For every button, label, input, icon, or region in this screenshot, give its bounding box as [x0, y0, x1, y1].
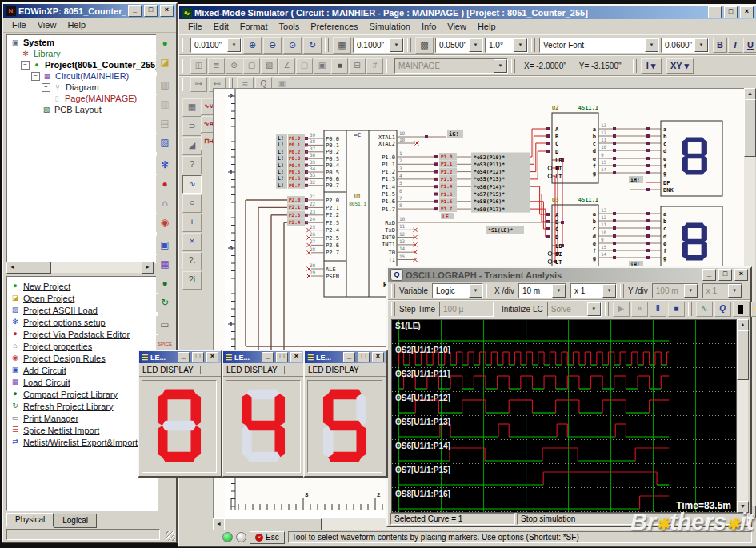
close-icon[interactable]: × [160, 5, 174, 17]
snap-grid-combo[interactable]: 0.1000"▼ [353, 38, 404, 53]
hdl-icon[interactable]: # [366, 58, 383, 74]
tree-expander-icon[interactable]: − [42, 83, 50, 92]
close-icon[interactable]: × [206, 352, 218, 362]
sim-menu-simulation[interactable]: Simulation [364, 21, 416, 33]
new-project-icon[interactable]: ● [156, 34, 174, 53]
refresh-library-icon[interactable]: ↻ [156, 294, 174, 312]
underline-button[interactable]: U [743, 38, 756, 53]
tree-hscrollbar[interactable]: ◄ ► [6, 262, 154, 273]
angle-combo[interactable]: 1.0°▼ [485, 38, 528, 53]
initialize-lc-combo[interactable]: Solve▼ [547, 302, 602, 317]
print-manager-icon[interactable]: ▭ [156, 316, 174, 334]
task-link-print-manager[interactable]: ▭Print Manager [10, 412, 158, 424]
close-icon[interactable]: × [290, 352, 302, 362]
design-rules-icon[interactable]: ◉ [156, 214, 174, 232]
toolbar-grip[interactable] [391, 302, 395, 316]
toolbar-grip[interactable] [182, 78, 186, 91]
options-setup-icon[interactable]: ✻ [156, 156, 174, 174]
xdiv-combo[interactable]: 10 m▼ [518, 283, 566, 298]
tree-item-circuit-mainhier-[interactable]: −▦Circuit(MAINHIER) [9, 70, 156, 82]
italic-button[interactable]: I [728, 38, 742, 53]
sim-menu-format[interactable]: Format [234, 21, 274, 33]
move-icon[interactable]: + [182, 214, 202, 232]
pad-grid-icon[interactable]: ▩ [415, 37, 434, 54]
esc-button[interactable]: × Esc [250, 531, 285, 544]
font-size-combo[interactable]: 0.0600"▼ [661, 38, 709, 53]
page2-icon[interactable]: ▢ [296, 58, 313, 74]
dark-sheet-icon[interactable]: ■ [331, 58, 348, 74]
xmul-combo[interactable]: x 1▼ [570, 283, 617, 298]
edwin-titlebar[interactable]: N EDWinXP: 8051_Counter_... _ □ × [3, 4, 176, 18]
sheet-icon[interactable]: ▢ [243, 58, 260, 74]
invert-colors-icon[interactable] [733, 302, 750, 317]
sim-menu-file[interactable]: File [182, 21, 208, 33]
net-board-icon[interactable]: ◫ [190, 58, 207, 74]
edwin-menu-help[interactable]: Help [62, 19, 91, 31]
minimize-icon[interactable]: _ [178, 352, 190, 362]
save-as-icon[interactable]: ▥ [156, 95, 174, 114]
task-link-new-project[interactable]: ●New Project [10, 280, 158, 292]
zoom-out-icon[interactable]: ⊖ [263, 37, 282, 54]
properties-icon[interactable]: ⌂ [156, 194, 174, 213]
toolbar-grip[interactable] [531, 38, 535, 52]
task-link-open-project[interactable]: ◪Open Project [10, 292, 158, 304]
split-h-icon[interactable]: ⊟ [349, 58, 366, 74]
hint-bulb-icon[interactable]: ? [751, 302, 756, 317]
resize-grip[interactable] [166, 531, 175, 541]
toolbar-grip[interactable] [182, 59, 186, 73]
led-window-titlebar[interactable]: ☰LE..._□× [139, 351, 221, 363]
step-time-field[interactable]: 100 µ [439, 302, 494, 317]
task-link-project-ascii-load[interactable]: ▨Project ASCII Load [10, 304, 158, 316]
save-icon[interactable]: ▥ [156, 76, 174, 94]
task-link-refresh-project-library[interactable]: ↻Refresh Project Library [10, 400, 158, 412]
list-icon[interactable]: ≣ [208, 58, 225, 74]
inch-units-button[interactable]: I ▾ [641, 58, 662, 74]
task-link-compact-project-library[interactable]: ●Compact Project Library [10, 388, 158, 400]
maximize-icon[interactable]: □ [192, 352, 204, 362]
sim-menu-tools[interactable]: Tools [274, 21, 306, 33]
task-link-project-design-rules[interactable]: ◉Project Design Rules [10, 352, 158, 364]
open-project-icon[interactable]: ◪ [156, 54, 174, 72]
tab-logical[interactable]: Logical [54, 514, 97, 528]
zoom-probe-icon[interactable]: ○ [182, 194, 202, 213]
toolbar-grip[interactable] [486, 284, 490, 298]
tree-expander-icon[interactable]: − [31, 72, 40, 81]
zoom-waveform-icon[interactable]: Q [714, 302, 731, 317]
maximize-icon[interactable]: □ [718, 269, 732, 281]
ymul-combo[interactable]: x 1▼ [702, 283, 742, 298]
close-icon[interactable]: × [372, 352, 384, 362]
edit-pad-icon[interactable]: ◢ [182, 137, 202, 155]
minimize-icon[interactable]: _ [262, 352, 274, 362]
pad-size-combo[interactable]: 0.0500"▼ [435, 38, 483, 53]
minimize-icon[interactable]: _ [702, 269, 716, 281]
toolbar-grip[interactable] [633, 59, 637, 73]
oscillograph-titlebar[interactable]: Q OSCILLOGRAPH - Transient Analysis _ □ … [388, 268, 750, 282]
toolbar-grip[interactable] [386, 59, 390, 73]
grid-style-icon[interactable]: ▦ [333, 37, 351, 54]
variable-combo[interactable]: Logic▼ [432, 283, 483, 298]
tree-expander-icon[interactable]: − [21, 61, 30, 70]
waveform-plot[interactable]: S1(LE)ʘS2[U1/1:P10]ʘS3[U1/1:P11]ʘS4[U1/1… [391, 319, 737, 513]
led-window-titlebar[interactable]: ☰LE..._□× [223, 351, 305, 363]
tree-item-page-mainpage-[interactable]: ▯Page(MAINPAGE) [9, 93, 156, 104]
component-probe-icon[interactable]: ▦ [182, 98, 202, 117]
led-display-tab[interactable]: LED DISPLAY [139, 363, 221, 377]
edwin-menu-file[interactable]: File [6, 19, 32, 31]
task-link-spice-netlist-import[interactable]: ☰Spice Netlist Import [10, 424, 158, 436]
board-icon[interactable]: ▧ [261, 58, 278, 74]
task-link-load-circuit[interactable]: ▦Load Circuit [10, 376, 158, 388]
probe-question-icon[interactable]: ? [182, 156, 202, 174]
maximize-icon[interactable]: □ [724, 6, 738, 18]
toolbar-grip[interactable] [511, 59, 515, 73]
sim-menu-preferences[interactable]: Preferences [305, 21, 363, 33]
power-icon[interactable]: Z [278, 58, 295, 74]
task-link-netlist-wirelist-export-import[interactable]: ⇄Netlist/Wirelist Export&Import [10, 436, 158, 448]
tree-item-library[interactable]: ✻Library [9, 48, 156, 59]
toolbar-grip[interactable] [182, 38, 186, 52]
toolbar-grip[interactable] [325, 38, 329, 52]
task-link-project-via-padstack-editor[interactable]: ●Project Via Padstack Editor [10, 328, 158, 340]
paste-icon[interactable]: ▤ [156, 114, 174, 133]
tree-item-diagram[interactable]: −⑂Diagram [9, 82, 156, 93]
bold-button[interactable]: B [713, 38, 727, 53]
pages-icon[interactable]: ▣ [314, 58, 330, 74]
